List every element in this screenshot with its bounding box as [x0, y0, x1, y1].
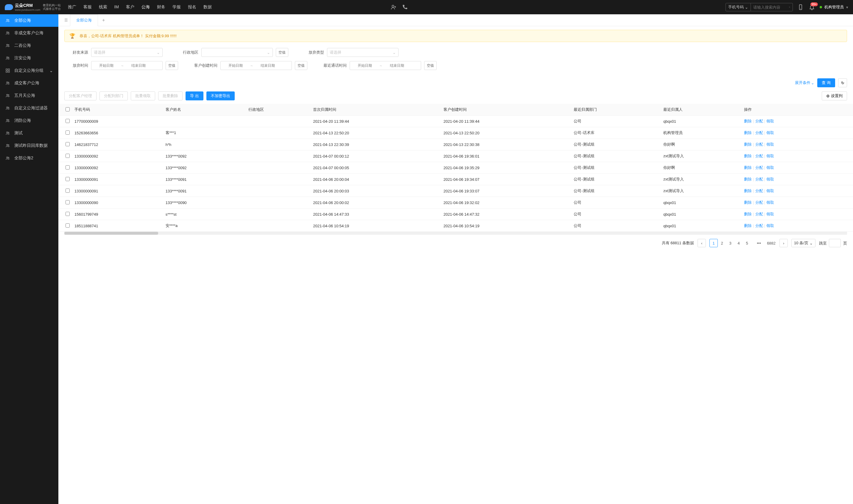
- assign-link[interactable]: 分配: [755, 154, 763, 158]
- delete-link[interactable]: 删除: [744, 130, 752, 135]
- search-type-select[interactable]: 手机号码 ⌄: [726, 3, 751, 11]
- create-time-range[interactable]: ~: [220, 61, 292, 70]
- refresh-button[interactable]: ↻: [838, 78, 847, 87]
- export-plain-button[interactable]: 不加密导出: [206, 91, 235, 101]
- call-null-button[interactable]: 空值: [424, 61, 437, 70]
- assign-link[interactable]: 分配: [755, 212, 763, 216]
- nav-item-6[interactable]: 财务: [157, 4, 165, 10]
- select-all-checkbox[interactable]: [66, 107, 70, 111]
- create-start-input[interactable]: [221, 64, 251, 68]
- page-size-select[interactable]: 10 条/页⌄: [791, 239, 815, 247]
- nav-item-9[interactable]: 数据: [203, 4, 212, 10]
- page-number-2[interactable]: 2: [718, 239, 726, 247]
- sidebar-item-11[interactable]: 全部公海2: [0, 152, 58, 164]
- nav-item-1[interactable]: 客服: [84, 4, 92, 10]
- column-header[interactable]: 最近归属人: [661, 104, 742, 115]
- assign-link[interactable]: 分配: [755, 200, 763, 205]
- set-columns-button[interactable]: ⚙设置列: [822, 91, 847, 101]
- row-checkbox[interactable]: [66, 142, 70, 146]
- nav-item-2[interactable]: 线索: [99, 4, 107, 10]
- abandon-start-input[interactable]: [91, 64, 121, 68]
- create-end-input[interactable]: [253, 64, 283, 68]
- page-number-4[interactable]: 4: [734, 239, 743, 247]
- column-header[interactable]: 最近归属部门: [571, 104, 661, 115]
- abandon-end-input[interactable]: [124, 64, 153, 68]
- assign-link[interactable]: 分配: [755, 130, 763, 135]
- assign-link[interactable]: 分配: [755, 165, 763, 170]
- row-checkbox[interactable]: [66, 212, 70, 216]
- abandon-time-range[interactable]: ~: [91, 61, 163, 70]
- column-header[interactable]: 首次归属时间: [311, 104, 441, 115]
- claim-link[interactable]: 领取: [766, 177, 774, 181]
- row-checkbox[interactable]: [66, 165, 70, 169]
- delete-link[interactable]: 删除: [744, 154, 752, 158]
- claim-link[interactable]: 领取: [766, 223, 774, 228]
- user-menu[interactable]: 机构管理员 ▾: [820, 4, 848, 10]
- tab-add-button[interactable]: +: [98, 18, 109, 23]
- delete-link[interactable]: 删除: [744, 188, 752, 193]
- column-header[interactable]: 手机号码: [72, 104, 163, 115]
- column-header[interactable]: 行政地区: [246, 104, 311, 115]
- batch-claim-button[interactable]: 批量领取: [131, 91, 155, 101]
- abandon-type-select[interactable]: 请选择⌄: [327, 48, 399, 57]
- claim-link[interactable]: 领取: [766, 200, 774, 205]
- add-user-icon[interactable]: [391, 4, 396, 10]
- tab-all-pool[interactable]: 全部公海: [70, 14, 98, 26]
- row-checkbox[interactable]: [66, 177, 70, 181]
- page-number-5[interactable]: 5: [743, 239, 751, 247]
- assign-link[interactable]: 分配: [755, 177, 763, 181]
- delete-link[interactable]: 删除: [744, 177, 752, 181]
- call-end-input[interactable]: [382, 64, 412, 68]
- expand-filters-link[interactable]: 展开条件⌄: [795, 80, 814, 86]
- delete-link[interactable]: 删除: [744, 212, 752, 216]
- page-number-3[interactable]: 3: [726, 239, 734, 247]
- sidebar-item-8[interactable]: 消防公海: [0, 114, 58, 127]
- page-number-1[interactable]: 1: [709, 239, 718, 247]
- query-button[interactable]: 查 询: [817, 78, 835, 87]
- column-header[interactable]: 操作: [742, 104, 853, 115]
- region-null-button[interactable]: 空值: [276, 48, 288, 57]
- row-checkbox[interactable]: [66, 119, 70, 123]
- sidebar-item-3[interactable]: 注安公海: [0, 52, 58, 64]
- next-page-button[interactable]: ›: [779, 239, 788, 247]
- horizontal-scrollbar[interactable]: [64, 232, 847, 235]
- call-start-input[interactable]: [350, 64, 380, 68]
- claim-link[interactable]: 领取: [766, 119, 774, 123]
- admin-region-select[interactable]: ⌄: [201, 48, 273, 57]
- friend-source-select[interactable]: 请选择⌄: [91, 48, 163, 57]
- page-ellipsis[interactable]: •••: [755, 239, 763, 247]
- sidebar-item-7[interactable]: 自定义公海过滤器: [0, 102, 58, 114]
- delete-link[interactable]: 删除: [744, 165, 752, 170]
- abandon-null-button[interactable]: 空值: [166, 61, 178, 70]
- delete-link[interactable]: 删除: [744, 223, 752, 228]
- prev-page-button[interactable]: ‹: [697, 239, 706, 247]
- claim-link[interactable]: 领取: [766, 154, 774, 158]
- sidebar-item-2[interactable]: 二咨公海: [0, 39, 58, 52]
- row-checkbox[interactable]: [66, 130, 70, 134]
- claim-link[interactable]: 领取: [766, 130, 774, 135]
- assign-link[interactable]: 分配: [755, 223, 763, 228]
- nav-item-8[interactable]: 报名: [188, 4, 196, 10]
- sidebar-item-9[interactable]: 测试: [0, 127, 58, 139]
- last-page-button[interactable]: 6882: [767, 239, 776, 247]
- sidebar-item-10[interactable]: 测试昨日回库数据: [0, 139, 58, 152]
- claim-link[interactable]: 领取: [766, 188, 774, 193]
- delete-link[interactable]: 删除: [744, 200, 752, 205]
- create-null-button[interactable]: 空值: [295, 61, 307, 70]
- assign-link[interactable]: 分配: [755, 119, 763, 123]
- nav-item-4[interactable]: 客户: [126, 4, 134, 10]
- scrollbar-thumb[interactable]: [64, 232, 158, 235]
- last-call-range[interactable]: ~: [350, 61, 421, 70]
- delete-link[interactable]: 删除: [744, 142, 752, 147]
- sidebar-item-0[interactable]: 全部公海: [0, 14, 58, 27]
- export-button[interactable]: 导 出: [185, 91, 203, 101]
- delete-link[interactable]: 删除: [744, 119, 752, 123]
- page-jump-input[interactable]: [829, 239, 841, 247]
- search-icon[interactable]: [786, 4, 793, 10]
- row-checkbox[interactable]: [66, 200, 70, 204]
- sidebar-item-6[interactable]: 五月天公海: [0, 89, 58, 102]
- nav-item-0[interactable]: 推广: [68, 4, 76, 10]
- sidebar-item-4[interactable]: 自定义公海分组⌄: [0, 64, 58, 77]
- nav-item-3[interactable]: IM: [114, 4, 119, 10]
- logo[interactable]: 云朵CRM www.yunduocrm.com 教育机构一站 式服务云平台: [5, 3, 61, 11]
